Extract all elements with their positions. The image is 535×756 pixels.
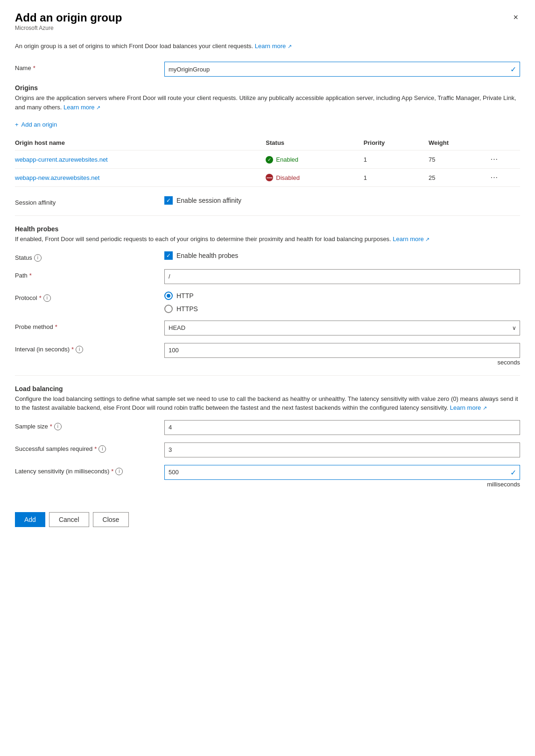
interval-required-star: * xyxy=(71,346,74,353)
latency-info-icon[interactable]: i xyxy=(115,468,123,475)
actions-cell-2: ··· xyxy=(491,169,520,187)
protocol-radio-group: HTTP HTTPS xyxy=(164,292,520,313)
row-actions-button-2[interactable]: ··· xyxy=(491,173,498,182)
protocol-https-radio[interactable] xyxy=(164,305,173,313)
protocol-info-icon[interactable]: i xyxy=(43,294,51,302)
priority-cell-1: 1 xyxy=(364,150,429,169)
close-footer-button[interactable]: Close xyxy=(93,512,129,527)
load-balancing-description: Configure the load balancing settings to… xyxy=(15,394,520,413)
learn-more-link-1[interactable]: Learn more ↗ xyxy=(255,43,292,50)
health-probes-checkbox[interactable]: ✓ xyxy=(164,251,173,260)
probe-method-row: Probe method * HEAD GET ∨ xyxy=(15,321,520,335)
learn-more-link-3[interactable]: Learn more ↗ xyxy=(393,235,429,242)
external-link-icon-1: ↗ xyxy=(288,43,292,49)
protocol-http-radio[interactable] xyxy=(164,292,173,300)
col-host: Origin host name xyxy=(15,136,266,150)
successful-samples-required-star: * xyxy=(94,445,97,452)
protocol-label: Protocol * i xyxy=(15,292,164,302)
protocol-row: Protocol * i HTTP HTTPS xyxy=(15,292,520,313)
probe-method-required-star: * xyxy=(55,323,57,330)
latency-check-icon: ✓ xyxy=(510,468,516,477)
name-input[interactable] xyxy=(164,62,520,77)
health-status-info-icon[interactable]: i xyxy=(34,254,42,262)
origins-section: Origins Origins are the application serv… xyxy=(15,84,520,187)
learn-more-link-2[interactable]: Learn more ↗ xyxy=(63,104,100,111)
name-input-container: ✓ xyxy=(164,62,520,77)
close-button[interactable]: × xyxy=(511,11,520,23)
successful-samples-input[interactable] xyxy=(164,442,520,457)
col-priority: Priority xyxy=(364,136,429,150)
health-probes-check-icon: ✓ xyxy=(166,253,171,258)
successful-samples-label: Successful samples required * i xyxy=(15,442,164,453)
panel-header: Add an origin group Microsoft Azure × xyxy=(15,11,520,40)
external-link-icon-2: ↗ xyxy=(96,105,100,110)
origins-description: Origins are the application servers wher… xyxy=(15,93,520,112)
name-form-row: Name * ✓ xyxy=(15,62,520,77)
disabled-icon-2: — xyxy=(266,174,273,181)
plus-icon: + xyxy=(15,121,19,128)
session-affinity-checkbox[interactable]: ✓ xyxy=(164,196,173,205)
successful-samples-info-icon[interactable]: i xyxy=(99,445,106,453)
interval-input-wrapper: seconds xyxy=(164,343,520,366)
name-required-star: * xyxy=(33,64,35,71)
col-actions xyxy=(491,136,520,150)
probe-method-select[interactable]: HEAD GET xyxy=(164,321,520,335)
session-affinity-row: Session affinity ✓ Enable session affini… xyxy=(15,196,520,206)
name-label: Name * xyxy=(15,62,164,71)
add-button[interactable]: Add xyxy=(15,512,45,527)
interval-info-icon[interactable]: i xyxy=(76,346,83,353)
sample-size-info-icon[interactable]: i xyxy=(54,423,62,430)
successful-samples-input-wrapper xyxy=(164,442,520,457)
latency-input-container: ✓ xyxy=(164,465,520,480)
path-input[interactable] xyxy=(164,269,520,284)
latency-required-star: * xyxy=(111,468,113,475)
divider-2 xyxy=(15,375,520,376)
name-input-wrapper: ✓ xyxy=(164,62,520,77)
session-affinity-label: Session affinity xyxy=(15,196,164,206)
protocol-https-row[interactable]: HTTPS xyxy=(164,305,520,313)
row-actions-button-1[interactable]: ··· xyxy=(491,155,498,164)
path-row: Path * xyxy=(15,269,520,284)
priority-cell-2: 1 xyxy=(364,169,429,187)
milliseconds-label: milliseconds xyxy=(164,481,520,488)
latency-row: Latency sensitivity (in milliseconds) * … xyxy=(15,465,520,488)
session-affinity-control: ✓ Enable session affinity xyxy=(164,196,520,205)
probe-method-select-wrapper: HEAD GET ∨ xyxy=(164,321,520,335)
load-balancing-title: Load balancing xyxy=(15,385,520,392)
col-status: Status xyxy=(266,136,363,150)
protocol-http-row[interactable]: HTTP xyxy=(164,292,520,300)
cancel-button[interactable]: Cancel xyxy=(49,512,89,527)
session-affinity-section: Session affinity ✓ Enable session affini… xyxy=(15,196,520,206)
latency-label: Latency sensitivity (in milliseconds) * … xyxy=(15,465,164,475)
path-input-wrapper xyxy=(164,269,520,284)
sample-size-label: Sample size * i xyxy=(15,420,164,430)
health-probes-description: If enabled, Front Door will send periodi… xyxy=(15,235,520,244)
sample-size-input-wrapper xyxy=(164,420,520,435)
protocol-https-label: HTTPS xyxy=(176,305,198,313)
enabled-icon-1: ✓ xyxy=(266,156,273,164)
host-cell-2: webapp-new.azurewebsites.net xyxy=(15,169,266,187)
host-link-1[interactable]: webapp-current.azurewebsites.net xyxy=(15,156,108,163)
col-weight: Weight xyxy=(429,136,491,150)
protocol-required-star: * xyxy=(39,294,42,301)
latency-input[interactable] xyxy=(164,465,520,480)
protocol-http-radio-inner xyxy=(167,294,170,298)
host-link-2[interactable]: webapp-new.azurewebsites.net xyxy=(15,174,99,181)
interval-input[interactable] xyxy=(164,343,520,358)
add-origin-button[interactable]: + Add an origin xyxy=(15,119,57,130)
status-enabled-1: ✓ Enabled xyxy=(266,156,298,164)
host-cell-1: webapp-current.azurewebsites.net xyxy=(15,150,266,169)
probe-method-dropdown: HEAD GET ∨ xyxy=(164,321,520,335)
path-required-star: * xyxy=(29,272,32,279)
interval-label: Interval (in seconds) * i xyxy=(15,343,164,353)
learn-more-link-4[interactable]: Learn more ↗ xyxy=(450,404,487,411)
title-block: Add an origin group Microsoft Azure xyxy=(15,11,122,40)
seconds-label: seconds xyxy=(164,359,520,366)
origins-table: Origin host name Status Priority Weight … xyxy=(15,136,520,187)
origins-title: Origins xyxy=(15,84,520,92)
sample-size-input[interactable] xyxy=(164,420,520,435)
interval-row: Interval (in seconds) * i seconds xyxy=(15,343,520,366)
session-affinity-check-icon: ✓ xyxy=(166,198,171,203)
health-status-control: ✓ Enable health probes xyxy=(164,251,520,260)
panel-subtitle: Microsoft Azure xyxy=(15,25,122,31)
